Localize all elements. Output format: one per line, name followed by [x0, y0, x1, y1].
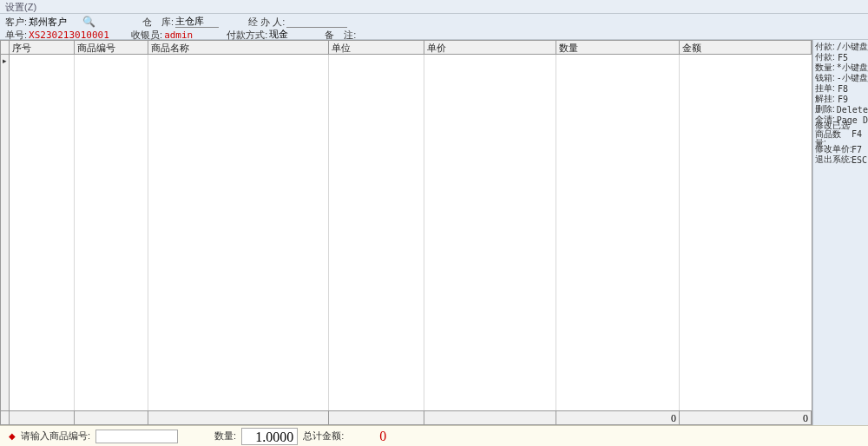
footer-bar: ◆ 请输入商品编号: 数量: 1.0000 总计金额: 0	[0, 425, 868, 446]
handler-label: 经 办 人:	[248, 16, 285, 29]
total-label: 总计金额:	[303, 430, 344, 443]
col-seq[interactable]: 序号	[10, 41, 75, 54]
qty-label: 数量:	[214, 430, 236, 443]
billno-value: XS230213010001	[29, 30, 108, 41]
remark-input[interactable]	[358, 30, 575, 41]
cashier-value: admin	[164, 30, 199, 41]
current-row-indicator-icon: ▸	[1, 55, 9, 65]
data-grid[interactable]: 序号 商品编号 商品名称 单位 单价 数量 金额 ▸	[0, 40, 812, 425]
product-code-input[interactable]	[95, 430, 178, 443]
col-qty[interactable]: 数量	[556, 41, 680, 54]
sc-exit-label: 退出系统:	[815, 154, 850, 166]
sc-hold-key: F8	[838, 84, 848, 94]
sc-modsel-key: F4	[852, 130, 862, 139]
col-price[interactable]: 单价	[424, 41, 556, 54]
warehouse-label: 仓 库:	[142, 16, 174, 29]
diamond-icon: ◆	[9, 431, 16, 441]
grid-header-row: 序号 商品编号 商品名称 单位 单价 数量 金额	[1, 41, 812, 55]
customer-label: 客户:	[5, 16, 27, 29]
sc-unhold-key: F9	[838, 95, 848, 104]
header-panel: 客户: 郑州客户 🔍 仓 库: 经 办 人: 单号: XS23021301000…	[0, 14, 868, 40]
prompt-label: 请输入商品编号:	[21, 430, 90, 443]
col-code[interactable]: 商品编号	[75, 41, 148, 54]
footer-amount: 0	[680, 411, 812, 424]
customer-value[interactable]: 郑州客户	[29, 16, 81, 29]
qty-display[interactable]: 1.0000	[241, 428, 298, 445]
sc-modprice-key: F7	[852, 145, 862, 154]
menu-settings[interactable]: 设置(Z)	[5, 2, 36, 12]
col-name[interactable]: 商品名称	[148, 41, 329, 54]
col-unit[interactable]: 单位	[329, 41, 424, 54]
sc-exit-key: ESC	[852, 155, 867, 165]
sc-drawer-key: -小键盘	[837, 72, 868, 84]
handler-input[interactable]	[286, 16, 347, 28]
col-amount[interactable]: 金额	[680, 41, 812, 54]
sc-pay-key: /小键盘	[837, 41, 868, 53]
grid-body[interactable]: ▸	[1, 55, 812, 410]
search-icon[interactable]: 🔍	[82, 16, 95, 28]
grid-footer-row: 0 0	[1, 410, 812, 424]
warehouse-input[interactable]	[175, 16, 219, 28]
footer-qty: 0	[556, 411, 680, 424]
menu-bar[interactable]: 设置(Z)	[0, 0, 868, 14]
total-value: 0	[379, 429, 386, 444]
paymethod-input[interactable]	[269, 30, 304, 41]
shortcut-panel: 付款:/小键盘 付款:F5 数量:*小键盘 钱箱:-小键盘 挂单:F8 解挂:F…	[812, 40, 868, 425]
sc-pay2-key: F5	[838, 53, 848, 62]
sc-delete-key: Delete	[837, 105, 868, 115]
